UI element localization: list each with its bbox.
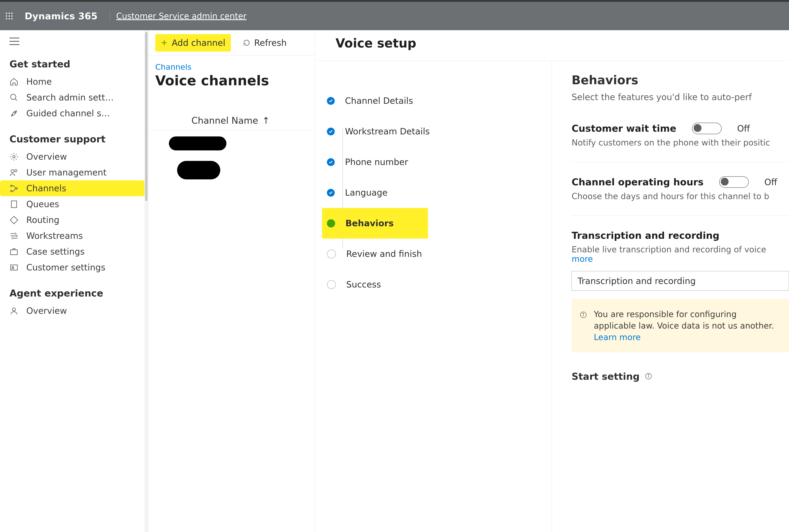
form-subheading: Select the features you'd like to auto-p… xyxy=(572,92,789,102)
nav-label: Guided channel s… xyxy=(26,108,110,118)
nav-label: Overview xyxy=(26,306,67,316)
step-review[interactable]: Review and finish xyxy=(327,239,552,269)
info-icon xyxy=(580,308,587,343)
svg-point-0 xyxy=(6,13,7,14)
svg-point-24 xyxy=(12,266,14,268)
nav-label: User management xyxy=(26,168,107,177)
add-channel-button[interactable]: Add channel xyxy=(155,34,231,52)
svg-point-14 xyxy=(15,112,16,113)
product-brand[interactable]: Dynamics 365 xyxy=(19,11,103,22)
people-icon xyxy=(9,168,19,177)
channel-list-pane: Add channel Refresh Channels Voice chann… xyxy=(148,30,315,532)
nav-customer-settings[interactable]: Customer settings xyxy=(0,260,145,276)
svg-point-15 xyxy=(13,155,15,158)
nav-search-admin[interactable]: Search admin sett… xyxy=(0,90,145,106)
table-row[interactable] xyxy=(148,157,315,184)
svg-point-16 xyxy=(11,170,14,173)
step-label: Channel Details xyxy=(345,96,413,106)
more-link[interactable]: more xyxy=(572,254,593,264)
svg-point-30 xyxy=(583,313,584,314)
info-icon[interactable] xyxy=(645,371,652,382)
wait-time-toggle[interactable] xyxy=(692,123,721,134)
nav-home[interactable]: Home xyxy=(0,74,145,90)
step-workstream-details[interactable]: Workstream Details xyxy=(327,116,552,147)
briefcase-icon xyxy=(9,247,19,256)
setting-name: Transcription and recording xyxy=(572,230,789,241)
refresh-button[interactable]: Refresh xyxy=(238,34,292,52)
nav-label: Routing xyxy=(26,215,59,225)
notice-text: You are responsible for configuring appl… xyxy=(594,309,774,330)
global-header: Dynamics 365 Customer Service admin cent… xyxy=(0,0,789,30)
current-step-icon xyxy=(327,219,335,227)
svg-point-20 xyxy=(16,188,17,189)
setting-transcription: Transcription and recording Enable live … xyxy=(572,230,789,396)
svg-point-25 xyxy=(13,308,16,311)
step-phone-number[interactable]: Phone number xyxy=(327,147,552,177)
nav-workstreams[interactable]: Workstreams xyxy=(0,228,145,244)
routing-icon xyxy=(9,215,19,225)
check-icon xyxy=(327,158,335,166)
operating-hours-toggle[interactable] xyxy=(719,176,749,188)
step-success[interactable]: Success xyxy=(327,269,552,300)
redacted-value xyxy=(169,136,227,150)
setting-name: Customer wait time xyxy=(572,123,676,134)
queue-icon xyxy=(9,200,19,209)
nav-scrollbar[interactable] xyxy=(145,30,148,532)
step-label: Workstream Details xyxy=(345,126,430,136)
nav-routing[interactable]: Routing xyxy=(0,212,145,228)
svg-point-3 xyxy=(6,15,7,17)
nav-agent-overview[interactable]: Overview xyxy=(0,303,145,319)
panel-title: Voice setup xyxy=(315,30,789,61)
svg-point-12 xyxy=(11,94,16,99)
id-card-icon xyxy=(9,263,19,272)
nav-channels[interactable]: Channels xyxy=(0,180,145,196)
check-icon xyxy=(327,128,335,135)
admin-center-link[interactable]: Customer Service admin center xyxy=(116,11,246,21)
step-channel-details[interactable]: Channel Details xyxy=(327,86,552,116)
svg-point-33 xyxy=(648,375,649,375)
svg-line-13 xyxy=(15,99,17,100)
step-behaviors[interactable]: Behaviors xyxy=(322,208,428,239)
nav-queues[interactable]: Queues xyxy=(0,196,145,212)
learn-more-link[interactable]: Learn more xyxy=(594,332,641,342)
nav-section-agent-experience: Agent experience xyxy=(0,276,148,303)
behaviors-form: Behaviors Select the features you'd like… xyxy=(552,61,789,532)
svg-point-2 xyxy=(11,13,13,14)
toggle-state: Off xyxy=(737,124,750,134)
wizard-steps: Channel Details Workstream Details Phone… xyxy=(315,61,552,532)
step-label: Phone number xyxy=(345,157,408,167)
pending-step-icon xyxy=(327,249,336,259)
nav-guided-channel[interactable]: Guided channel s… xyxy=(0,106,145,121)
left-nav: Get started Home Search admin sett… Guid… xyxy=(0,30,148,532)
transcription-select[interactable]: Transcription and recording xyxy=(572,271,789,291)
legal-notice: You are responsible for configuring appl… xyxy=(572,299,789,353)
step-language[interactable]: Language xyxy=(327,177,552,208)
step-label: Review and finish xyxy=(346,249,422,259)
svg-rect-22 xyxy=(11,250,17,254)
person-icon xyxy=(9,306,19,316)
redacted-value xyxy=(177,161,220,179)
svg-point-1 xyxy=(8,13,10,14)
start-setting-label: Start setting xyxy=(572,371,640,382)
check-icon xyxy=(327,97,335,105)
pending-step-icon xyxy=(327,280,336,289)
setting-name: Channel operating hours xyxy=(572,176,704,188)
breadcrumb[interactable]: Channels xyxy=(148,56,315,72)
nav-label: Customer settings xyxy=(26,262,105,272)
svg-point-19 xyxy=(11,190,12,192)
nav-user-management[interactable]: User management xyxy=(0,165,145,180)
nav-collapse-icon[interactable] xyxy=(0,30,148,46)
voice-setup-panel: Voice setup Channel Details Workstream D… xyxy=(315,30,789,532)
toggle-state: Off xyxy=(764,177,777,187)
home-icon xyxy=(9,77,19,86)
svg-point-4 xyxy=(8,15,10,17)
sort-asc-icon: ↑ xyxy=(262,115,270,126)
table-row[interactable] xyxy=(148,130,315,157)
nav-case-settings[interactable]: Case settings xyxy=(0,244,145,260)
form-heading: Behaviors xyxy=(572,73,789,87)
column-header-channel-name[interactable]: Channel Name ↑ xyxy=(148,89,315,130)
refresh-icon xyxy=(243,39,250,46)
search-icon xyxy=(9,93,19,102)
app-launcher-icon[interactable] xyxy=(0,12,19,20)
nav-overview[interactable]: Overview xyxy=(0,149,145,165)
